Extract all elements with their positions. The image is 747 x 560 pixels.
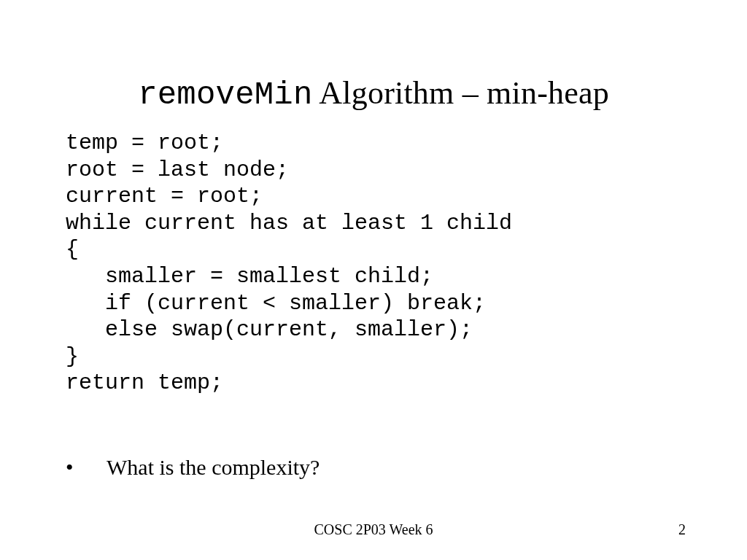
- title-mono: removeMin: [138, 77, 312, 113]
- footer-page-number: 2: [678, 521, 686, 538]
- slide-title: removeMin Algorithm – min-heap: [0, 74, 747, 113]
- bullet-text: What is the complexity?: [107, 455, 320, 480]
- slide: removeMin Algorithm – min-heap temp = ro…: [0, 0, 747, 560]
- code-block: temp = root; root = last node; current =…: [66, 130, 512, 397]
- bullet-marker: •: [66, 455, 107, 480]
- bullet-item: • What is the complexity?: [66, 455, 320, 480]
- footer-center: COSC 2P03 Week 6: [0, 521, 747, 538]
- title-rest: Algorithm – min-heap: [313, 75, 609, 111]
